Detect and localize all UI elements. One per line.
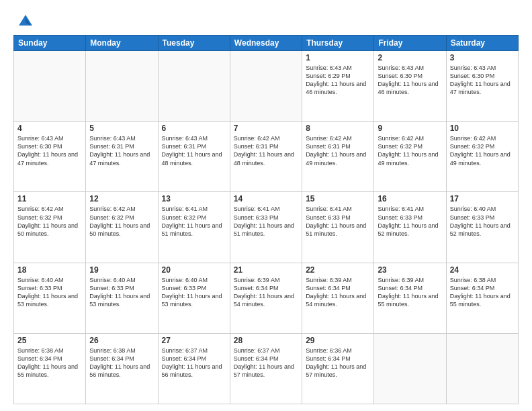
calendar-cell — [374, 333, 446, 404]
calendar-cell: 8Sunrise: 6:42 AM Sunset: 6:31 PM Daylig… — [302, 122, 374, 192]
day-number: 20 — [162, 265, 226, 275]
calendar-cell: 9Sunrise: 6:42 AM Sunset: 6:32 PM Daylig… — [374, 122, 446, 192]
weekday-header-friday: Friday — [374, 36, 446, 51]
calendar-cell: 12Sunrise: 6:42 AM Sunset: 6:32 PM Dayli… — [86, 192, 158, 263]
day-info: Sunrise: 6:42 AM Sunset: 6:31 PM Dayligh… — [234, 134, 298, 167]
day-info: Sunrise: 6:41 AM Sunset: 6:33 PM Dayligh… — [378, 205, 442, 238]
day-number: 21 — [234, 265, 298, 275]
calendar-cell: 16Sunrise: 6:41 AM Sunset: 6:33 PM Dayli… — [374, 192, 446, 263]
day-info: Sunrise: 6:40 AM Sunset: 6:33 PM Dayligh… — [162, 276, 226, 309]
day-info: Sunrise: 6:42 AM Sunset: 6:32 PM Dayligh… — [17, 205, 82, 238]
calendar-cell: 15Sunrise: 6:41 AM Sunset: 6:33 PM Dayli… — [302, 192, 374, 263]
calendar-cell: 19Sunrise: 6:40 AM Sunset: 6:33 PM Dayli… — [86, 263, 158, 333]
day-info: Sunrise: 6:41 AM Sunset: 6:33 PM Dayligh… — [234, 205, 298, 238]
day-number: 17 — [450, 194, 515, 203]
day-number: 12 — [89, 194, 154, 203]
calendar-cell: 23Sunrise: 6:39 AM Sunset: 6:34 PM Dayli… — [374, 263, 446, 333]
weekday-header-sunday: Sunday — [14, 36, 86, 51]
day-number: 10 — [450, 124, 515, 133]
day-number: 15 — [306, 194, 370, 203]
day-number: 5 — [89, 124, 154, 133]
calendar-cell: 18Sunrise: 6:40 AM Sunset: 6:33 PM Dayli… — [14, 263, 86, 333]
calendar-cell: 7Sunrise: 6:42 AM Sunset: 6:31 PM Daylig… — [230, 122, 302, 192]
day-info: Sunrise: 6:40 AM Sunset: 6:33 PM Dayligh… — [89, 276, 154, 309]
calendar-cell: 13Sunrise: 6:41 AM Sunset: 6:32 PM Dayli… — [158, 192, 230, 263]
day-info: Sunrise: 6:39 AM Sunset: 6:34 PM Dayligh… — [306, 276, 370, 309]
day-info: Sunrise: 6:38 AM Sunset: 6:34 PM Dayligh… — [450, 276, 515, 309]
day-info: Sunrise: 6:43 AM Sunset: 6:31 PM Dayligh… — [89, 134, 154, 167]
day-info: Sunrise: 6:43 AM Sunset: 6:30 PM Dayligh… — [17, 134, 82, 167]
day-info: Sunrise: 6:42 AM Sunset: 6:32 PM Dayligh… — [89, 205, 154, 238]
day-number: 4 — [17, 124, 82, 133]
day-info: Sunrise: 6:43 AM Sunset: 6:31 PM Dayligh… — [162, 134, 226, 167]
calendar-cell: 25Sunrise: 6:38 AM Sunset: 6:34 PM Dayli… — [14, 333, 86, 404]
calendar-week-row: 25Sunrise: 6:38 AM Sunset: 6:34 PM Dayli… — [14, 333, 519, 404]
day-number: 3 — [450, 53, 515, 62]
day-number: 1 — [306, 53, 370, 62]
weekday-header-saturday: Saturday — [446, 36, 518, 51]
calendar-cell: 24Sunrise: 6:38 AM Sunset: 6:34 PM Dayli… — [446, 263, 518, 333]
calendar-cell: 4Sunrise: 6:43 AM Sunset: 6:30 PM Daylig… — [14, 122, 86, 192]
day-info: Sunrise: 6:42 AM Sunset: 6:31 PM Dayligh… — [306, 134, 370, 167]
day-number: 9 — [378, 124, 442, 133]
day-number: 2 — [378, 53, 442, 62]
day-info: Sunrise: 6:39 AM Sunset: 6:34 PM Dayligh… — [378, 276, 442, 309]
day-number: 8 — [306, 124, 370, 133]
day-info: Sunrise: 6:43 AM Sunset: 6:29 PM Dayligh… — [306, 64, 370, 97]
day-info: Sunrise: 6:41 AM Sunset: 6:33 PM Dayligh… — [306, 205, 370, 238]
calendar-cell: 22Sunrise: 6:39 AM Sunset: 6:34 PM Dayli… — [302, 263, 374, 333]
day-info: Sunrise: 6:37 AM Sunset: 6:34 PM Dayligh… — [162, 347, 226, 379]
calendar-cell: 20Sunrise: 6:40 AM Sunset: 6:33 PM Dayli… — [158, 263, 230, 333]
calendar-week-row: 4Sunrise: 6:43 AM Sunset: 6:30 PM Daylig… — [14, 122, 519, 192]
day-number: 18 — [17, 265, 82, 275]
header — [13, 11, 519, 31]
day-info: Sunrise: 6:40 AM Sunset: 6:33 PM Dayligh… — [17, 276, 82, 309]
calendar-cell: 14Sunrise: 6:41 AM Sunset: 6:33 PM Dayli… — [230, 192, 302, 263]
logo — [13, 13, 35, 31]
day-info: Sunrise: 6:36 AM Sunset: 6:34 PM Dayligh… — [306, 347, 370, 379]
day-number: 22 — [306, 265, 370, 275]
day-number: 7 — [234, 124, 298, 133]
day-info: Sunrise: 6:40 AM Sunset: 6:33 PM Dayligh… — [450, 205, 515, 238]
calendar-table: SundayMondayTuesdayWednesdayThursdayFrid… — [13, 35, 519, 404]
day-info: Sunrise: 6:42 AM Sunset: 6:32 PM Dayligh… — [450, 134, 515, 167]
calendar-cell — [86, 51, 158, 122]
day-info: Sunrise: 6:37 AM Sunset: 6:34 PM Dayligh… — [234, 347, 298, 379]
calendar-cell — [14, 51, 86, 122]
calendar-cell: 17Sunrise: 6:40 AM Sunset: 6:33 PM Dayli… — [446, 192, 518, 263]
day-number: 13 — [162, 194, 226, 203]
weekday-header-row: SundayMondayTuesdayWednesdayThursdayFrid… — [14, 36, 519, 51]
day-number: 25 — [17, 336, 82, 345]
calendar-cell: 21Sunrise: 6:39 AM Sunset: 6:34 PM Dayli… — [230, 263, 302, 333]
calendar-cell: 10Sunrise: 6:42 AM Sunset: 6:32 PM Dayli… — [446, 122, 518, 192]
calendar-cell — [158, 51, 230, 122]
calendar-cell: 1Sunrise: 6:43 AM Sunset: 6:29 PM Daylig… — [302, 51, 374, 122]
day-info: Sunrise: 6:42 AM Sunset: 6:32 PM Dayligh… — [378, 134, 442, 167]
logo-icon — [16, 12, 35, 31]
calendar-cell: 6Sunrise: 6:43 AM Sunset: 6:31 PM Daylig… — [158, 122, 230, 192]
day-number: 19 — [89, 265, 154, 275]
day-number: 14 — [234, 194, 298, 203]
day-number: 27 — [162, 336, 226, 345]
day-number: 6 — [162, 124, 226, 133]
calendar-cell: 2Sunrise: 6:43 AM Sunset: 6:30 PM Daylig… — [374, 51, 446, 122]
calendar-cell: 29Sunrise: 6:36 AM Sunset: 6:34 PM Dayli… — [302, 333, 374, 404]
weekday-header-wednesday: Wednesday — [230, 36, 302, 51]
day-number: 26 — [89, 336, 154, 345]
calendar-cell: 28Sunrise: 6:37 AM Sunset: 6:34 PM Dayli… — [230, 333, 302, 404]
day-number: 16 — [378, 194, 442, 203]
calendar-cell: 5Sunrise: 6:43 AM Sunset: 6:31 PM Daylig… — [86, 122, 158, 192]
calendar-week-row: 11Sunrise: 6:42 AM Sunset: 6:32 PM Dayli… — [14, 192, 519, 263]
weekday-header-monday: Monday — [86, 36, 158, 51]
day-info: Sunrise: 6:43 AM Sunset: 6:30 PM Dayligh… — [450, 64, 515, 97]
calendar-cell — [230, 51, 302, 122]
calendar-cell — [446, 333, 518, 404]
day-info: Sunrise: 6:38 AM Sunset: 6:34 PM Dayligh… — [17, 347, 82, 379]
day-info: Sunrise: 6:43 AM Sunset: 6:30 PM Dayligh… — [378, 64, 442, 97]
calendar-week-row: 18Sunrise: 6:40 AM Sunset: 6:33 PM Dayli… — [14, 263, 519, 333]
weekday-header-thursday: Thursday — [302, 36, 374, 51]
day-info: Sunrise: 6:38 AM Sunset: 6:34 PM Dayligh… — [89, 347, 154, 379]
calendar-cell: 27Sunrise: 6:37 AM Sunset: 6:34 PM Dayli… — [158, 333, 230, 404]
day-number: 24 — [450, 265, 515, 275]
day-number: 11 — [17, 194, 82, 203]
